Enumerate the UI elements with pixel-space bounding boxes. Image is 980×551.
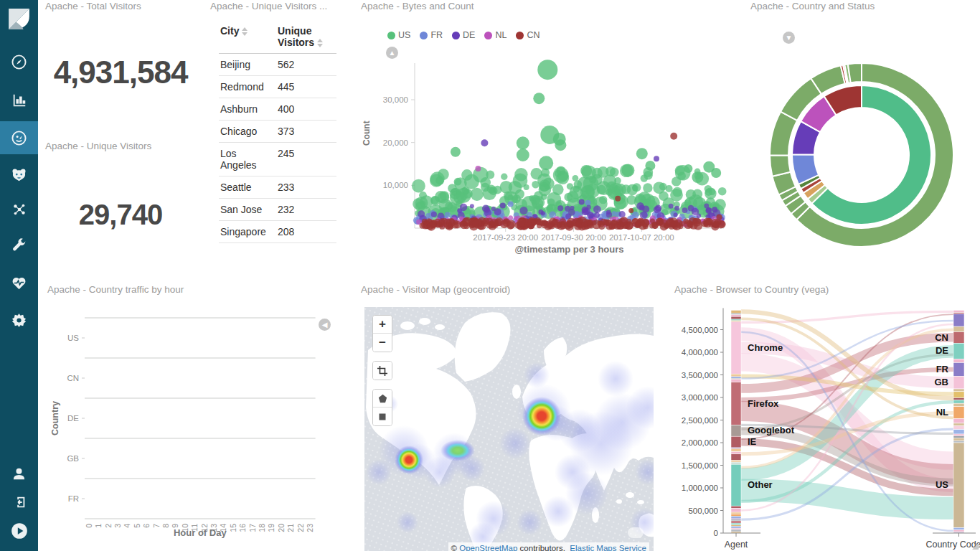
exit-icon (11, 494, 27, 510)
svg-text:Chrome: Chrome (748, 342, 783, 353)
table-row: Singapore208 (219, 221, 336, 243)
table-row: Seattle233 (219, 176, 336, 199)
svg-text:CN: CN (67, 374, 79, 382)
svg-text:4,500,000: 4,500,000 (682, 326, 718, 334)
panel-title: Apache - Country and Status (750, 1, 875, 11)
cell-unique-visitors: 233 (276, 176, 336, 198)
svg-text:2: 2 (104, 524, 113, 528)
bubble-chart-canvas[interactable]: 10,00020,00030,0002017-09-23 20:002017-0… (354, 0, 734, 280)
panel-total-visitors: Apache - Total Visitors 4,931,584 (38, 0, 203, 140)
map-canvas[interactable]: + − (364, 307, 654, 551)
panel-country-and-status: Apache - Country and Status ▼ (743, 0, 980, 280)
svg-text:CN: CN (935, 332, 948, 343)
svg-text:18: 18 (258, 524, 266, 532)
svg-text:Country: Country (50, 401, 60, 435)
svg-text:2,500,000: 2,500,000 (682, 416, 718, 425)
svg-text:GB: GB (67, 454, 79, 463)
svg-text:DE: DE (936, 345, 948, 356)
sort-icon (317, 39, 323, 47)
sidebar-item-timelion[interactable] (0, 161, 38, 189)
svg-text:FR: FR (936, 364, 949, 375)
kibana-logo[interactable] (0, 0, 38, 38)
panel-traffic-by-hour: Apache - Country traffic by hour ◀ USCND… (40, 283, 349, 551)
cell-unique-visitors: 562 (276, 54, 336, 75)
crop-tool-button[interactable] (373, 362, 392, 380)
svg-text:1,000,000: 1,000,000 (682, 484, 718, 492)
global-nav-sidebar (0, 0, 38, 551)
sankey-chart-canvas[interactable]: ChromeFirefoxGooglebotIEOtherCNDEFRGBNLU… (667, 283, 980, 551)
svg-text:16: 16 (238, 524, 247, 532)
svg-text:GB: GB (935, 377, 949, 387)
panel-bytes-and-count: Apache - Bytes and Count USFRDENLCN ▲ 10… (354, 0, 734, 280)
panel-title: Apache - Visitor Map (geocentroid) (361, 284, 510, 295)
cell-city: Beijing (219, 54, 276, 75)
total-visitors-metric: 4,931,584 (38, 55, 203, 90)
sidebar-item-monitoring[interactable] (0, 268, 38, 297)
rectangle-tool-button[interactable] (373, 408, 392, 425)
openstreetmap-link[interactable]: OpenStreetMap (459, 544, 517, 551)
svg-text:4: 4 (123, 524, 131, 528)
svg-text:Googlebot: Googlebot (748, 425, 795, 435)
map-controls: + − (372, 315, 392, 435)
table-row: Beijing562 (219, 54, 336, 76)
svg-text:US: US (936, 479, 948, 490)
cell-city: Redmond (219, 76, 276, 98)
heatmap-chart-canvas[interactable]: USCNDEGBFR012345678910111213141516171819… (40, 283, 349, 551)
cell-city: Ashburn (219, 98, 276, 120)
svg-text:20,000: 20,000 (383, 138, 408, 147)
cell-unique-visitors: 208 (276, 221, 336, 242)
sidebar-item-dashboard[interactable] (0, 121, 38, 154)
polygon-tool-button[interactable] (373, 390, 392, 408)
svg-text:1: 1 (94, 524, 103, 528)
table-header: City Unique Visitors (219, 20, 336, 54)
sidebar-item-account[interactable] (0, 459, 38, 488)
svg-text:3,500,000: 3,500,000 (682, 371, 718, 380)
svg-text:2017-09-23 20:00: 2017-09-23 20:00 (473, 233, 538, 242)
svg-text:8: 8 (161, 524, 170, 528)
panel-title: Apache - Total Visitors (45, 1, 141, 11)
elastic-maps-service-link[interactable]: Elastic Maps Service (570, 544, 646, 551)
panel-unique-visitors: Apache - Unique Visitors 29,740 (38, 140, 203, 280)
table-row: Los Angeles245 (219, 143, 336, 176)
sidebar-item-dev-tools[interactable] (0, 231, 38, 260)
unique-visitors-table: City Unique Visitors Beijing562Redmond44… (219, 20, 336, 243)
panel-title: Apache - Unique Visitors (45, 141, 151, 151)
cell-unique-visitors: 373 (276, 121, 336, 142)
cell-city: Singapore (219, 221, 276, 242)
heartbeat-icon (11, 275, 27, 291)
sidebar-item-management[interactable] (0, 306, 38, 334)
sidebar-item-graph[interactable] (0, 195, 38, 224)
svg-text:2017-10-07 20:00: 2017-10-07 20:00 (609, 233, 674, 242)
svg-text:2017-09-30 20:00: 2017-09-30 20:00 (541, 233, 606, 242)
sidebar-item-logout[interactable] (0, 488, 38, 517)
table-row: Ashburn400 (219, 98, 336, 121)
svg-text:30,000: 30,000 (383, 95, 408, 104)
column-header-city[interactable]: City (219, 20, 276, 53)
panel-visitor-map: Apache - Visitor Map (geocentroid) + − (354, 283, 662, 551)
sidebar-item-visualize[interactable] (0, 86, 38, 115)
user-icon (11, 466, 27, 482)
svg-text:500,000: 500,000 (688, 507, 718, 515)
panel-resize-handle[interactable] (971, 542, 979, 550)
column-header-unique-visitors[interactable]: Unique Visitors (276, 20, 336, 53)
svg-text:23: 23 (306, 524, 314, 532)
svg-text:0: 0 (85, 524, 93, 528)
sidebar-item-collapse[interactable] (0, 517, 38, 545)
cell-unique-visitors: 245 (276, 143, 336, 176)
svg-text:2,000,000: 2,000,000 (682, 438, 718, 447)
svg-text:19: 19 (267, 524, 275, 532)
svg-text:22: 22 (296, 524, 305, 532)
svg-text:0: 0 (714, 529, 718, 537)
wrench-icon (11, 237, 27, 254)
zoom-in-button[interactable]: + (373, 316, 392, 334)
compass-icon (11, 54, 27, 70)
zoom-out-button[interactable]: − (373, 334, 392, 352)
network-icon (11, 202, 27, 217)
sort-icon (242, 27, 248, 36)
sidebar-item-discover[interactable] (0, 47, 38, 76)
map-legend-toggle[interactable] (628, 527, 644, 538)
svg-text:17: 17 (248, 524, 257, 532)
map-attribution: © OpenStreetMap contributors. Elastic Ma… (448, 542, 649, 551)
sunburst-chart-canvas[interactable] (743, 37, 980, 274)
svg-text:NL: NL (936, 407, 948, 418)
